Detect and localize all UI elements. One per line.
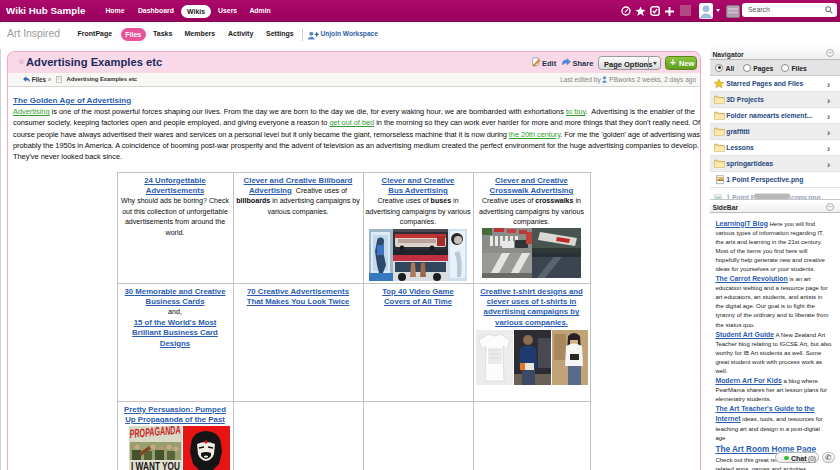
svg-text:I WANT YOU: I WANT YOU [131,461,180,470]
